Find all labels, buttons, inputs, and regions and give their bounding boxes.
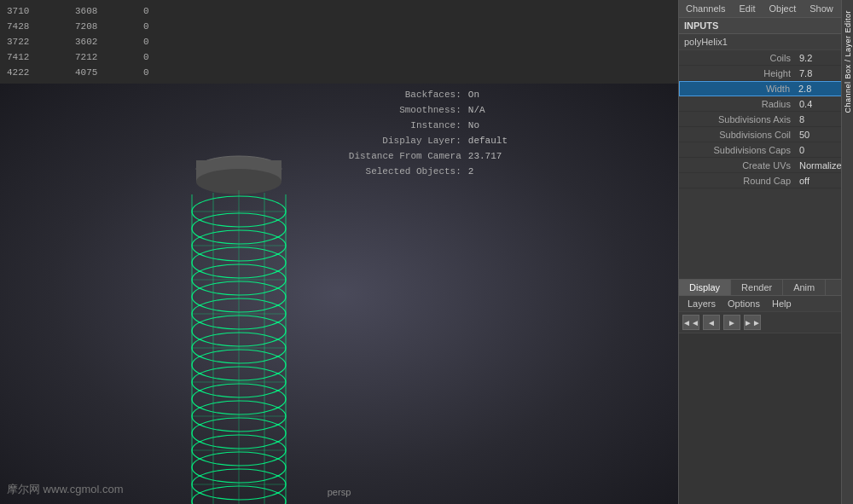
info-label: Distance From Camera — [349, 148, 468, 164]
attr-name-radius: Radius — [679, 99, 796, 109]
show-menu-button[interactable]: Show — [803, 2, 840, 15]
viewport[interactable]: Backfaces: On Smoothness: N/A Instance: … — [0, 84, 678, 504]
attr-value-create-uvs: Normalize... — [796, 160, 843, 171]
data-cell: 3710 — [7, 3, 75, 19]
info-value: default — [468, 133, 508, 148]
channel-box-tab-label[interactable]: Channel Box / Layer Editor — [843, 7, 853, 117]
data-cell: 0 — [143, 19, 212, 34]
tab-row: Display Render Anim — [679, 280, 853, 296]
layers-menu-button[interactable]: Layers — [682, 297, 721, 310]
data-cell: 3608 — [75, 3, 143, 19]
attr-row-width[interactable]: Width 2.8 — [679, 81, 843, 96]
helix-object — [154, 135, 324, 504]
data-col-2: 3608 7208 3602 7212 4075 — [75, 3, 143, 80]
info-value: 2 — [468, 164, 474, 179]
data-cell: 0 — [143, 49, 212, 65]
data-col-1: 3710 7428 3722 7412 4222 — [7, 3, 75, 80]
object-menu-button[interactable]: Object — [762, 2, 803, 15]
help-menu-button[interactable]: Help — [767, 297, 797, 310]
attr-name-subdiv-coil: Subdivisions Coil — [679, 130, 796, 140]
layer-icons-row: ◄◄ ◄ ► ►► — [679, 312, 853, 333]
tab-display[interactable]: Display — [679, 280, 731, 295]
layer-menu-row: Layers Options Help — [679, 296, 853, 312]
tab-anim[interactable]: Anim — [783, 280, 826, 295]
attr-row-height[interactable]: Height 7.8 — [679, 66, 843, 81]
main-area: 3710 7428 3722 7412 4222 3608 7208 3602 … — [0, 0, 678, 504]
data-table: 3710 7428 3722 7412 4222 3608 7208 3602 … — [0, 0, 678, 84]
data-cell: 7208 — [75, 19, 143, 34]
data-cell: 0 — [143, 3, 212, 19]
attr-scroll-wrapper: Coils 9.2 Height 7.8 Width 2.8 Radius 0.… — [679, 50, 853, 279]
info-value: N/A — [468, 102, 485, 118]
attr-row-coils[interactable]: Coils 9.2 — [679, 50, 843, 66]
info-label: Selected Objects: — [349, 164, 468, 179]
attr-row-subdiv-caps[interactable]: Subdivisions Caps 0 — [679, 142, 843, 158]
attr-name-create-uvs: Create UVs — [679, 160, 796, 171]
bottom-panel: Display Render Anim Layers Options Help … — [679, 279, 853, 504]
attr-name-width: Width — [680, 84, 795, 94]
attr-row-subdiv-coil[interactable]: Subdivisions Coil 50 — [679, 127, 843, 142]
attr-name-height: Height — [679, 68, 796, 78]
attr-name-subdiv-axis: Subdivisions Axis — [679, 114, 796, 125]
layer-forward-button[interactable]: ► — [723, 315, 740, 330]
data-cell: 7212 — [75, 49, 143, 65]
node-name: polyHelix1 — [679, 34, 853, 50]
attr-name-subdiv-caps: Subdivisions Caps — [679, 145, 796, 155]
channels-menu-button[interactable]: Channels — [679, 2, 732, 15]
attr-name-coils: Coils — [679, 53, 796, 63]
data-cell: 0 — [143, 34, 212, 49]
attr-name-round-cap: Round Cap — [679, 176, 796, 186]
attr-value-subdiv-axis: 8 — [796, 114, 843, 125]
attr-row-radius[interactable]: Radius 0.4 — [679, 96, 843, 112]
layer-fastforward-button[interactable]: ►► — [744, 315, 761, 330]
attr-value-round-cap: off — [796, 176, 843, 186]
info-value: 23.717 — [468, 148, 502, 164]
layer-back-button[interactable]: ◄ — [703, 315, 720, 330]
attr-row-create-uvs[interactable]: Create UVs Normalize... — [679, 158, 843, 173]
data-col-3: 0 0 0 0 0 — [143, 3, 212, 80]
channel-header: Channels Edit Object Show — [679, 0, 853, 18]
data-cell: 4075 — [75, 65, 143, 80]
attr-value-height: 7.8 — [796, 68, 843, 78]
tab-render[interactable]: Render — [731, 280, 783, 295]
right-panel: Channels Edit Object Show INPUTS polyHel… — [678, 0, 853, 504]
layer-rewind-button[interactable]: ◄◄ — [682, 315, 699, 330]
attr-value-width: 2.8 — [795, 84, 842, 94]
info-value: On — [468, 87, 479, 102]
watermark: 摩尔网 www.cgmol.com — [7, 482, 124, 497]
attr-value-coils: 9.2 — [796, 53, 843, 63]
info-label: Smoothness: — [349, 102, 468, 118]
vertical-tabs: Channel Box / Layer Editor — [841, 0, 853, 504]
layer-content — [679, 333, 853, 504]
attr-value-subdiv-caps: 0 — [796, 145, 843, 155]
info-label: Display Layer: — [349, 133, 468, 148]
info-value: No — [468, 118, 479, 133]
info-label: Instance: — [349, 118, 468, 133]
data-cell: 7412 — [7, 49, 75, 65]
attr-row-subdiv-axis[interactable]: Subdivisions Axis 8 — [679, 112, 843, 127]
data-cell: 7428 — [7, 19, 75, 34]
options-menu-button[interactable]: Options — [722, 297, 765, 310]
edit-menu-button[interactable]: Edit — [732, 2, 762, 15]
attr-row-round-cap[interactable]: Round Cap off — [679, 173, 843, 188]
data-cell: 4222 — [7, 65, 75, 80]
attr-value-radius: 0.4 — [796, 99, 843, 109]
viewport-label: persp — [328, 487, 351, 497]
data-cell: 3722 — [7, 34, 75, 49]
attr-list: Coils 9.2 Height 7.8 Width 2.8 Radius 0.… — [679, 50, 843, 279]
viewport-info: Backfaces: On Smoothness: N/A Instance: … — [349, 87, 508, 179]
attr-value-subdiv-coil: 50 — [796, 130, 843, 140]
info-label: Backfaces: — [349, 87, 468, 102]
data-cell: 0 — [143, 65, 212, 80]
inputs-label: INPUTS — [679, 18, 853, 34]
data-cell: 3602 — [75, 34, 143, 49]
